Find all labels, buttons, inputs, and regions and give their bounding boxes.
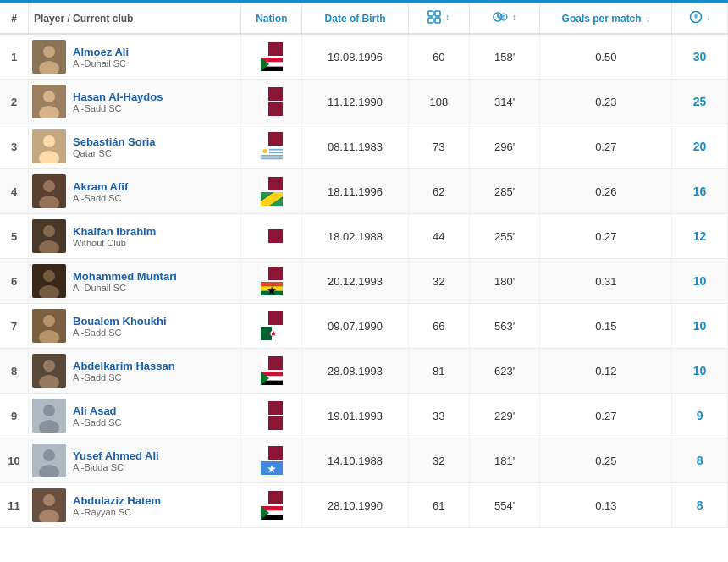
- flag-somalia: [261, 461, 283, 475]
- col-rank[interactable]: #: [0, 3, 29, 34]
- player-avatar: [32, 399, 66, 433]
- player-cell: Hasan Al-Haydos Al-Sadd SC: [29, 80, 241, 124]
- svg-rect-98: [261, 416, 268, 430]
- table-row: 9 Ali Asad Al-Sadd SC: [0, 394, 728, 438]
- player-details: Boualem Khoukhi Al-Sadd SC: [73, 315, 167, 338]
- col-time[interactable]: ↕: [469, 3, 540, 34]
- svg-point-11: [43, 46, 55, 58]
- svg-point-61: [43, 270, 55, 282]
- player-avatar-placeholder: [32, 444, 66, 477]
- player-name: Hasan Al-Haydos: [73, 91, 163, 103]
- col-gpm[interactable]: Goals per match ↕: [540, 3, 672, 34]
- rank-cell: 10: [0, 438, 29, 483]
- col-nation[interactable]: Nation: [241, 3, 302, 34]
- goals-cell: 10: [672, 349, 728, 394]
- nation-cell: [241, 304, 302, 349]
- player-details: Sebastián Soria Qatar SC: [73, 135, 156, 158]
- player-cell: Akram Afif Al-Sadd SC: [29, 169, 241, 214]
- goals-cell: 8: [672, 438, 728, 483]
- time-cell: 314': [469, 80, 540, 124]
- player-avatar-img: [32, 174, 66, 208]
- player-name: Sebastián Soria: [73, 135, 156, 148]
- nation-cell: [241, 214, 302, 259]
- flag-sudan: [261, 506, 283, 520]
- table-header-row: # Player / Current club Nation Date of B…: [0, 3, 728, 34]
- col-matches[interactable]: ↕: [408, 3, 469, 34]
- col-player[interactable]: Player / Current club: [29, 3, 241, 34]
- flag-sudan: [261, 58, 283, 71]
- nation-cell: [241, 169, 302, 214]
- matches-cell: 108: [408, 80, 469, 124]
- player-avatar-img: [32, 264, 66, 298]
- player-cell: Ali Asad Al-Sadd SC: [29, 394, 241, 438]
- rank-cell: 11: [0, 483, 29, 528]
- time-cell: 285': [469, 169, 540, 214]
- svg-rect-67: [261, 282, 283, 286]
- rank-cell: 7: [0, 304, 29, 349]
- nation-cell: [241, 483, 302, 528]
- matches-cell: 61: [408, 483, 469, 528]
- svg-rect-1: [435, 11, 440, 16]
- matches-cell: 62: [408, 169, 469, 214]
- flag-stack: [246, 132, 296, 161]
- col-dob[interactable]: Date of Birth: [302, 3, 409, 34]
- player-name: Yusef Ahmed Ali: [73, 449, 159, 462]
- table-row: 11 Abdulaziz Hatem Al-Rayyan SC: [0, 483, 728, 528]
- gpm-cell: 0.26: [540, 169, 672, 214]
- gpm-cell: 0.23: [540, 80, 672, 124]
- col-goals[interactable]: ↓: [672, 3, 728, 34]
- svg-point-101: [43, 449, 55, 461]
- player-avatar: [32, 264, 66, 298]
- svg-point-82: [43, 360, 55, 372]
- flag-qatar2: [261, 416, 283, 430]
- dob-cell: 28.08.1993: [302, 349, 409, 394]
- svg-marker-9: [694, 14, 698, 19]
- gpm-cell: 0.13: [540, 483, 672, 528]
- player-club: Al-Sadd SC: [73, 103, 163, 113]
- player-avatar: [32, 40, 66, 74]
- matches-cell: 33: [408, 394, 469, 438]
- player-avatar-placeholder: [32, 399, 66, 433]
- matches-cell: 66: [408, 304, 469, 349]
- dob-cell: 09.07.1990: [302, 304, 409, 349]
- rank-cell: 5: [0, 214, 29, 259]
- time-cell: 296': [469, 124, 540, 169]
- matches-cell: 32: [408, 438, 469, 483]
- flag-qatar: [261, 311, 283, 325]
- flag-tanzania: [261, 192, 283, 206]
- player-cell: Yusef Ahmed Ali Al-Bidda SC: [29, 438, 241, 483]
- flag-sudan: [261, 372, 283, 385]
- flag-ghana: [261, 282, 283, 295]
- player-details: Akram Afif Al-Sadd SC: [73, 180, 128, 203]
- svg-rect-74: [261, 311, 268, 325]
- goals-cell: 9: [672, 394, 728, 438]
- svg-rect-38: [261, 155, 283, 157]
- flag-stack: [246, 356, 296, 385]
- gpm-cell: 0.15: [540, 304, 672, 349]
- player-avatar: [32, 219, 66, 253]
- player-name: Khalfan Ibrahim: [73, 225, 156, 238]
- table-row: 1 Almoez Ali Al-Duhail SC: [0, 34, 728, 80]
- time-cell: 158': [469, 34, 540, 80]
- nation-cell: [241, 259, 302, 304]
- dob-cell: 18.02.1988: [302, 214, 409, 259]
- player-name: Ali Asad: [73, 405, 121, 417]
- player-avatar-img: [32, 488, 66, 522]
- player-details: Khalfan Ibrahim Without Club: [73, 225, 156, 248]
- nation-cell: [241, 34, 302, 80]
- gpm-cell: 0.12: [540, 349, 672, 394]
- flag-stack: [246, 401, 296, 430]
- player-avatar-img: [32, 40, 66, 74]
- svg-rect-0: [428, 11, 433, 16]
- gpm-cell: 0.50: [540, 34, 672, 80]
- svg-rect-27: [261, 102, 268, 116]
- flag-algeria: [261, 327, 283, 340]
- time-cell: 255': [469, 214, 540, 259]
- table-row: 2 Hasan Al-Haydos Al-Sadd SC: [0, 80, 728, 124]
- time-cell: 623': [469, 349, 540, 394]
- player-cell: Boualem Khoukhi Al-Sadd SC: [29, 304, 241, 349]
- player-avatar-img: [32, 219, 66, 253]
- matches-cell: 44: [408, 214, 469, 259]
- nation-cell: [241, 438, 302, 483]
- svg-rect-24: [261, 87, 268, 101]
